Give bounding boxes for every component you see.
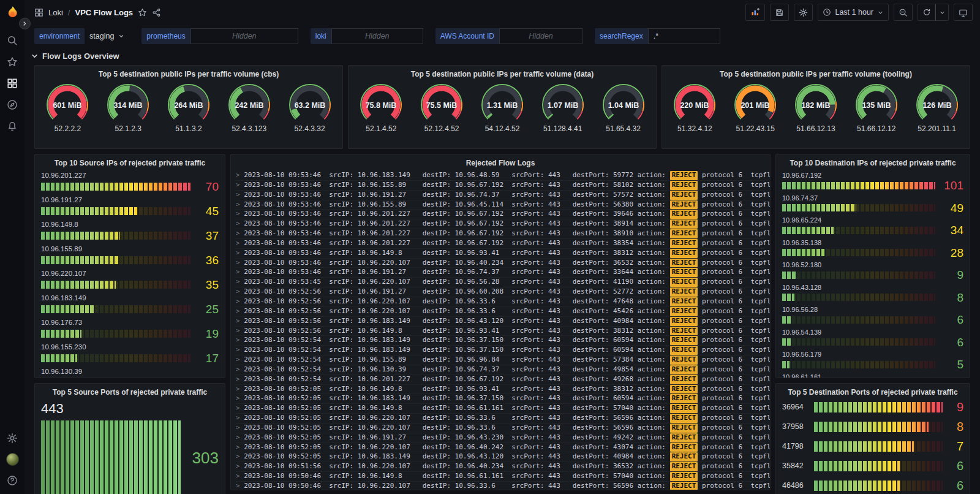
variable-value-select[interactable]: staging <box>85 28 129 44</box>
log-row[interactable]: > 2023-08-10 09:53:46 srcIP: 10.96.155.8… <box>236 200 765 210</box>
bar-row: 10.96.176.7319 <box>41 319 219 340</box>
panel-title[interactable]: Top 5 Source Ports of rejected private t… <box>35 384 225 398</box>
gauge: 75.5 MiB52.12.4.52 <box>412 82 472 133</box>
user-avatar[interactable] <box>6 453 19 466</box>
log-row[interactable]: > 2023-08-10 09:52:54 srcIP: 10.96.183.1… <box>236 346 765 355</box>
panel-title[interactable]: Top 10 Source IPs of rejected private tr… <box>35 154 225 169</box>
explore-compass-icon[interactable] <box>7 99 18 110</box>
log-row[interactable]: > 2023-08-10 09:52:56 srcIP: 10.96.191.2… <box>236 287 765 297</box>
log-row[interactable]: > 2023-08-10 09:53:46 srcIP: 10.96.191.2… <box>236 191 765 200</box>
panel-title[interactable]: Top 5 destination public IPs per traffic… <box>349 66 656 80</box>
variable-value-input[interactable]: Hidden <box>190 28 298 44</box>
gauge-label: 52.12.4.52 <box>424 124 459 133</box>
panel-title[interactable]: Rejected Flow Logs <box>231 154 770 169</box>
log-row[interactable]: > 2023-08-10 09:53:46 srcIP: 10.96.201.2… <box>236 219 765 229</box>
log-row[interactable]: > 2023-08-10 09:52:56 srcIP: 10.96.220.1… <box>236 297 765 307</box>
gauge-value: 75.5 MiB <box>426 101 458 110</box>
bar-row: 10.96.130.3912 <box>41 368 219 378</box>
log-row[interactable]: > 2023-08-10 09:52:05 srcIP: 10.96.191.2… <box>236 433 765 443</box>
log-row[interactable]: > 2023-08-10 09:50:46 srcIP: 10.96.220.1… <box>236 482 765 490</box>
refresh-button[interactable] <box>918 4 936 21</box>
log-row[interactable]: > 2023-08-10 09:53:46 srcIP: 10.96.155.8… <box>236 181 765 191</box>
log-row[interactable]: > 2023-08-10 09:52:05 srcIP: 10.96.149.8… <box>236 385 765 395</box>
log-row[interactable]: > 2023-08-10 09:53:46 srcIP: 10.96.183.1… <box>236 171 765 181</box>
dashboard-settings-button[interactable] <box>794 4 813 21</box>
log-row[interactable]: > 2023-08-10 09:52:05 srcIP: 10.96.220.1… <box>236 414 765 424</box>
row-flow-logs-overview[interactable]: Flow Logs Overview <box>31 48 970 64</box>
breadcrumb-page[interactable]: VPC Flow Logs <box>75 8 133 17</box>
reject-action-chip: REJECT <box>670 278 698 287</box>
reject-action-chip: REJECT <box>670 297 698 306</box>
bar-cells <box>782 294 935 301</box>
gauge-value: 314 MiB <box>114 101 143 110</box>
breadcrumb-app[interactable]: Loki <box>48 8 63 17</box>
log-expand-caret: > <box>236 365 244 373</box>
dashboards-icon[interactable] <box>7 78 18 89</box>
log-row[interactable]: > 2023-08-10 09:53:46 srcIP: 10.96.201.2… <box>236 239 765 249</box>
reject-action-chip: REJECT <box>670 229 698 238</box>
sidebar-expand-toggle[interactable] <box>19 18 31 29</box>
log-row[interactable]: > 2023-08-10 09:52:05 srcIP: 10.96.220.1… <box>236 443 765 453</box>
sidebar-bottom-nav <box>6 433 19 486</box>
log-row[interactable]: > 2023-08-10 09:52:05 srcIP: 10.96.220.1… <box>236 424 765 433</box>
gauge: 220 MiB51.32.4.12 <box>665 82 725 133</box>
log-row[interactable]: > 2023-08-10 09:52:56 srcIP: 10.96.149.8… <box>236 327 765 336</box>
log-expand-caret: > <box>236 327 244 335</box>
log-row[interactable]: > 2023-08-10 09:52:54 srcIP: 10.96.183.1… <box>236 336 765 346</box>
log-row[interactable]: > 2023-08-10 09:52:54 srcIP: 10.96.130.3… <box>236 365 765 375</box>
gauge-label: 51.32.4.12 <box>677 124 712 133</box>
log-row[interactable]: > 2023-08-10 09:52:05 srcIP: 10.96.183.1… <box>236 452 765 462</box>
log-row[interactable]: > 2023-08-10 09:50:46 srcIP: 10.96.149.8… <box>236 472 765 482</box>
log-row[interactable]: > 2023-08-10 09:52:54 srcIP: 10.96.201.2… <box>236 375 765 385</box>
panel-top-destination-ips: Top 10 Destination IPs of rejected priva… <box>775 154 970 378</box>
variable-value-input[interactable]: Hidden <box>499 28 582 44</box>
log-row[interactable]: > 2023-08-10 09:53:46 srcIP: 10.96.149.8… <box>236 249 765 259</box>
dashboard-grid-icon[interactable] <box>34 8 43 17</box>
gear-icon[interactable] <box>7 433 18 444</box>
log-row[interactable]: > 2023-08-10 09:52:05 srcIP: 10.96.183.1… <box>236 394 765 404</box>
star-icon[interactable] <box>138 8 147 17</box>
log-expand-caret: > <box>236 404 244 412</box>
starred-dashboards-icon[interactable] <box>7 56 18 67</box>
log-row[interactable]: > 2023-08-10 09:53:46 srcIP: 10.96.191.2… <box>236 268 765 278</box>
variable-value-input[interactable]: .* <box>648 28 720 44</box>
bar-label: 10.96.56.179 <box>782 351 963 358</box>
log-row[interactable]: > 2023-08-10 09:53:46 srcIP: 10.96.201.2… <box>236 210 765 219</box>
share-icon[interactable] <box>152 8 161 17</box>
bar-label: 10.96.191.27 <box>41 196 219 204</box>
log-row[interactable]: > 2023-08-10 09:53:45 srcIP: 10.96.220.1… <box>236 278 765 287</box>
panel-title[interactable]: Top 10 Destination IPs of rejected priva… <box>776 154 970 169</box>
log-row[interactable]: > 2023-08-10 09:52:56 srcIP: 10.96.220.1… <box>236 307 765 317</box>
bar-gauge <box>41 330 190 338</box>
save-dashboard-button[interactable] <box>770 4 789 21</box>
reject-action-chip: REJECT <box>670 268 698 277</box>
alerting-bell-icon[interactable] <box>7 121 18 132</box>
log-row[interactable]: > 2023-08-10 09:52:05 srcIP: 10.96.149.8… <box>236 404 765 414</box>
bar-row: 10.96.35.13828 <box>782 239 963 259</box>
gauge-label: 52.4.3.32 <box>295 124 325 133</box>
bar-row: 10.96.191.2745 <box>41 196 219 217</box>
reject-action-chip: REJECT <box>670 336 698 345</box>
variable-value-input[interactable]: Hidden <box>331 28 423 44</box>
log-row[interactable]: > 2023-08-10 09:53:46 srcIP: 10.96.201.2… <box>236 229 765 239</box>
log-expand-caret: > <box>236 385 244 393</box>
log-row[interactable]: > 2023-08-10 09:51:56 srcIP: 10.96.220.1… <box>236 462 765 472</box>
add-panel-button[interactable] <box>745 4 765 21</box>
panel-title[interactable]: Top 5 Destination Ports of rejected priv… <box>776 384 970 398</box>
search-icon[interactable] <box>7 35 18 46</box>
refresh-interval-caret[interactable] <box>935 4 949 21</box>
bar-value: 45 <box>195 205 219 217</box>
panel-title[interactable]: Top 5 destination public IPs per traffic… <box>35 66 342 80</box>
kiosk-mode-button[interactable] <box>954 4 973 21</box>
panel-title[interactable]: Top 5 destination public IPs per traffic… <box>662 66 970 80</box>
time-range-picker[interactable]: Last 1 hour <box>818 4 889 21</box>
log-row[interactable]: > 2023-08-10 09:52:54 srcIP: 10.96.155.8… <box>236 355 765 365</box>
help-icon[interactable] <box>7 475 18 486</box>
zoom-out-button[interactable] <box>894 4 913 21</box>
bar-value: 34 <box>940 224 963 236</box>
bar-cells <box>782 361 935 368</box>
variable-label: prometheus <box>141 28 190 44</box>
log-row[interactable]: > 2023-08-10 09:52:56 srcIP: 10.96.183.1… <box>236 317 765 327</box>
log-row[interactable]: > 2023-08-10 09:53:46 srcIP: 10.96.220.1… <box>236 259 765 268</box>
bar-gauge <box>782 249 935 256</box>
